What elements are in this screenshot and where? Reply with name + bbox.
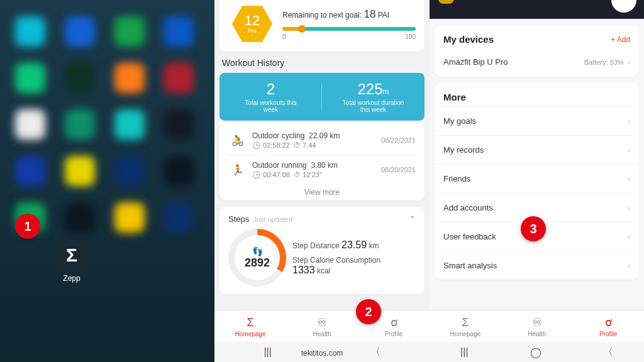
home-screen-panel: Σ Zepp: [0, 0, 214, 362]
step-badge-3: 3: [521, 216, 546, 241]
chevron-right-icon: ›: [628, 57, 630, 67]
tab-profile[interactable]: ơProfile: [572, 311, 644, 342]
pai-remaining-text: Remaining to next goal: 18 PAI: [282, 8, 416, 21]
workout-duration: 225m: [322, 80, 425, 98]
pai-unit: PAI: [248, 28, 257, 34]
workout-summary: 2 Total workouts this week 225m Total wo…: [219, 73, 425, 121]
reached-goals-pill[interactable]: ●: [438, 0, 454, 4]
workout-item[interactable]: 🚴 Outdoor cycling 22.09 km 🕒 02:58:22 ⏱ …: [228, 126, 416, 155]
tab-homepage[interactable]: ΣHomepage: [430, 311, 501, 342]
view-more-link[interactable]: View more: [228, 184, 416, 198]
pai-progress-bar: [282, 27, 416, 31]
app-grid-blurred: [0, 0, 214, 249]
pai-hexagon: 12 PAI: [232, 4, 272, 44]
running-icon: 🏃: [228, 160, 247, 179]
workout-history-card[interactable]: 2 Total workouts this week 225m Total wo…: [219, 73, 425, 200]
device-battery: Battery: 93%: [584, 58, 624, 66]
more-title: More: [435, 83, 639, 106]
pai-value: 12: [245, 14, 260, 28]
back-button[interactable]: 〈: [603, 346, 613, 359]
row-smart-analysis[interactable]: Smart analysis›: [435, 251, 639, 280]
workout-count: 2: [219, 80, 322, 98]
android-nav-bar: ||| tekititos.com 〈: [214, 342, 430, 362]
home-button[interactable]: ◯: [530, 346, 541, 358]
tab-health[interactable]: ♾Health: [501, 311, 573, 342]
device-row[interactable]: Amazfit Bip U Pro Battery: 93% ›: [435, 47, 639, 77]
add-device-button[interactable]: + Add: [611, 35, 630, 44]
steps-count: 2892: [245, 256, 270, 270]
zepp-homepage-panel: 12 PAI Remaining to next goal: 18 PAI 01…: [214, 0, 430, 362]
bottom-tab-bar: ΣHomepage ♾Health ơProfile: [214, 310, 430, 342]
workout-item[interactable]: 🏃 Outdoor running 3.80 km 🕒 00:47:08 ⏱ 1…: [228, 155, 416, 184]
home-label: tekititos.com: [214, 349, 430, 358]
footprints-icon: 👣: [252, 246, 263, 256]
my-devices-title: My devices: [443, 34, 494, 45]
avatar[interactable]: [611, 0, 636, 13]
pai-card[interactable]: 12 PAI Remaining to next goal: 18 PAI 01…: [219, 0, 425, 52]
zepp-app[interactable]: Σ Zepp: [55, 239, 88, 283]
workout-history-title: Workout History: [222, 58, 422, 68]
row-friends[interactable]: Friends›: [435, 164, 639, 193]
zepp-app-label: Zepp: [55, 274, 88, 283]
my-devices-card: My devices + Add Amazfit Bip U Pro Batte…: [435, 25, 639, 77]
cycling-icon: 🚴: [228, 131, 247, 150]
tab-homepage[interactable]: ΣHomepage: [214, 311, 286, 342]
chevron-up-icon[interactable]: ⌃: [409, 214, 416, 224]
row-my-records[interactable]: My records›: [435, 135, 639, 164]
android-nav-bar: ||| ◯ 〈: [430, 342, 644, 362]
bottom-tab-bar: ΣHomepage ♾Health ơProfile: [430, 310, 644, 342]
steps-card[interactable]: Steps Just updated ⌃ 👣 2892 Step Distanc…: [219, 207, 425, 294]
steps-progress-ring: 👣 2892: [228, 229, 286, 287]
step-badge-2: 2: [356, 299, 381, 324]
zepp-profile-panel: ● My devices + Add Amazfit Bip U Pro Bat…: [430, 0, 644, 362]
step-badge-1: 1: [15, 214, 40, 239]
row-my-goals[interactable]: My goals›: [435, 106, 639, 135]
steps-title: Steps: [228, 214, 249, 224]
zepp-app-icon: Σ: [55, 239, 88, 272]
more-card: More My goals› My records› Friends› Add …: [435, 83, 639, 280]
profile-header: ●: [430, 0, 644, 19]
recents-button[interactable]: |||: [460, 346, 468, 358]
tab-health[interactable]: ♾Health: [286, 311, 358, 342]
